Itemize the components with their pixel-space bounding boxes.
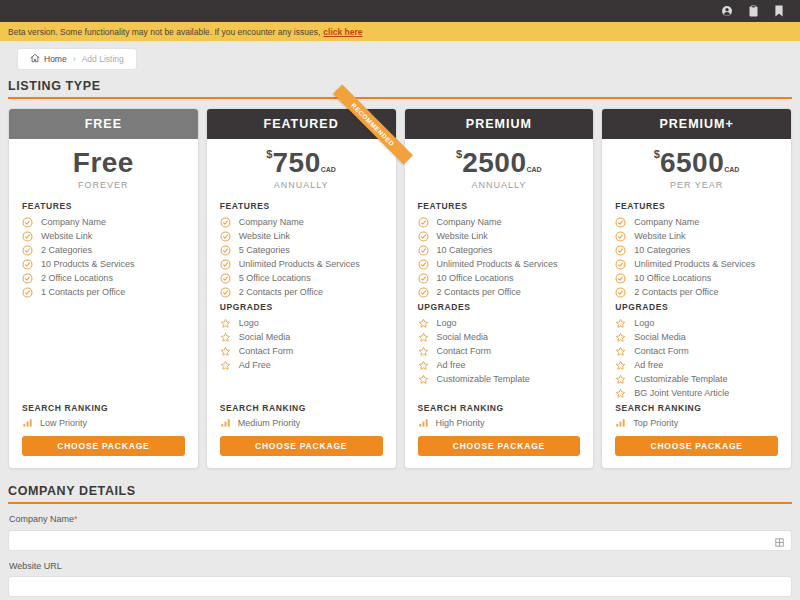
package-title: FREE: [9, 109, 198, 139]
feature-item-label: 2 Office Locations: [41, 273, 113, 283]
feature-item-label: 5 Office Locations: [239, 273, 311, 283]
check-circle-icon: [418, 287, 429, 298]
upgrade-item-label: Contact Form: [634, 346, 689, 356]
package-card: PREMIUM+$6500CADPER YEARFEATURESCompany …: [601, 108, 792, 469]
account-icon[interactable]: [721, 5, 733, 17]
package-bottom: SEARCH RANKINGLow PriorityCHOOSE PACKAGE: [22, 400, 185, 456]
upgrade-item: Contact Form: [418, 346, 581, 357]
feature-item: 1 Contacts per Office: [22, 287, 185, 298]
company-details-title: COMPANY DETAILS: [8, 484, 792, 498]
clipboard-icon[interactable]: [748, 5, 759, 17]
upgrade-item: Logo: [615, 318, 778, 329]
feature-item-label: Company Name: [634, 217, 699, 227]
feature-item: Website Link: [220, 231, 383, 242]
feature-item-label: 2 Contacts per Office: [239, 287, 323, 297]
breadcrumb: Home › Add Listing: [17, 48, 137, 70]
check-circle-icon: [418, 273, 429, 284]
upgrade-item: Customizable Template: [418, 374, 581, 385]
star-icon: [615, 388, 626, 399]
feature-item-label: 2 Contacts per Office: [634, 287, 718, 297]
breadcrumb-home-link[interactable]: Home: [30, 53, 67, 65]
package-price: $750CAD: [207, 139, 396, 179]
check-circle-icon: [220, 287, 231, 298]
check-circle-icon: [220, 245, 231, 256]
search-ranking-label: SEARCH RANKING: [418, 403, 581, 413]
upgrade-item-label: BG Joint Venture Article: [634, 388, 729, 398]
feature-item: 5 Office Locations: [220, 273, 383, 284]
package-card: PREMIUM$2500CADANNUALLYFEATURESCompany N…: [404, 108, 595, 469]
feature-item: 2 Categories: [22, 245, 185, 256]
company-details-rule: [8, 502, 792, 504]
feature-item: Website Link: [615, 231, 778, 242]
listing-type-title: LISTING TYPE: [8, 79, 792, 93]
package-body: FEATURESCompany NameWebsite Link10 Categ…: [405, 190, 594, 468]
price-period: PER YEAR: [602, 180, 791, 190]
search-ranking-label: SEARCH RANKING: [22, 403, 185, 413]
search-ranking-label: SEARCH RANKING: [220, 403, 383, 413]
feature-item-label: 10 Office Locations: [437, 273, 514, 283]
package-cards: FREEFreeFOREVERFEATURESCompany NameWebsi…: [8, 108, 792, 469]
check-circle-icon: [418, 245, 429, 256]
feature-item: Company Name: [22, 217, 185, 228]
feature-item-label: 2 Contacts per Office: [437, 287, 521, 297]
package-price: $6500CAD: [602, 139, 791, 179]
feature-item: Unlimited Products & Services: [615, 259, 778, 270]
breadcrumb-home-label: Home: [44, 54, 67, 64]
click-here-link[interactable]: click here: [323, 27, 362, 37]
search-ranking-priority: High Priority: [418, 417, 581, 428]
star-icon: [220, 360, 231, 371]
check-circle-icon: [22, 259, 33, 270]
check-circle-icon: [22, 273, 33, 284]
website-url-input[interactable]: [8, 576, 792, 597]
upgrade-item: Logo: [418, 318, 581, 329]
choose-package-button[interactable]: CHOOSE PACKAGE: [418, 436, 581, 456]
check-circle-icon: [615, 231, 626, 242]
upgrade-item-label: Contact Form: [239, 346, 294, 356]
star-icon: [418, 346, 429, 357]
package-title: PREMIUM: [405, 109, 594, 139]
feature-item-label: Unlimited Products & Services: [437, 259, 558, 269]
check-circle-icon: [22, 217, 33, 228]
upgrade-item: Ad free: [418, 360, 581, 371]
feature-item: Unlimited Products & Services: [220, 259, 383, 270]
check-circle-icon: [615, 287, 626, 298]
upgrade-item-label: Logo: [239, 318, 259, 328]
choose-package-button[interactable]: CHOOSE PACKAGE: [220, 436, 383, 456]
upgrade-item: Social Media: [418, 332, 581, 343]
feature-item: Company Name: [615, 217, 778, 228]
feature-item-label: Website Link: [41, 231, 92, 241]
bar-chart-icon: [418, 417, 429, 428]
feature-item-label: Company Name: [239, 217, 304, 227]
choose-package-button[interactable]: CHOOSE PACKAGE: [22, 436, 185, 456]
upgrade-item-label: Customizable Template: [437, 374, 530, 384]
package-body: FEATURESCompany NameWebsite Link10 Categ…: [602, 190, 791, 468]
feature-item-label: 10 Categories: [437, 245, 493, 255]
breadcrumb-separator: ›: [73, 54, 76, 64]
company-name-input[interactable]: [8, 530, 792, 551]
features-label: FEATURES: [615, 201, 778, 211]
bar-chart-icon: [22, 417, 33, 428]
price-period: ANNUALLY: [405, 180, 594, 190]
star-icon: [418, 374, 429, 385]
upgrade-item-label: Ad free: [634, 360, 663, 370]
choose-package-button[interactable]: CHOOSE PACKAGE: [615, 436, 778, 456]
check-circle-icon: [22, 231, 33, 242]
check-circle-icon: [220, 273, 231, 284]
priority-label: Low Priority: [40, 418, 87, 428]
top-bar: [0, 0, 800, 22]
star-icon: [418, 332, 429, 343]
feature-item-label: 5 Categories: [239, 245, 290, 255]
feature-item: 10 Office Locations: [418, 273, 581, 284]
features-label: FEATURES: [418, 201, 581, 211]
price-currency-code: CAD: [321, 166, 336, 173]
bookmark-icon[interactable]: [774, 5, 784, 17]
feature-item: 10 Office Locations: [615, 273, 778, 284]
check-circle-icon: [220, 217, 231, 228]
package-price: Free: [9, 139, 198, 179]
check-circle-icon: [220, 259, 231, 270]
price-currency-code: CAD: [527, 166, 542, 173]
upgrade-item: Logo: [220, 318, 383, 329]
feature-item: 10 Categories: [418, 245, 581, 256]
feature-item: Company Name: [418, 217, 581, 228]
price-amount: Free: [73, 147, 134, 178]
